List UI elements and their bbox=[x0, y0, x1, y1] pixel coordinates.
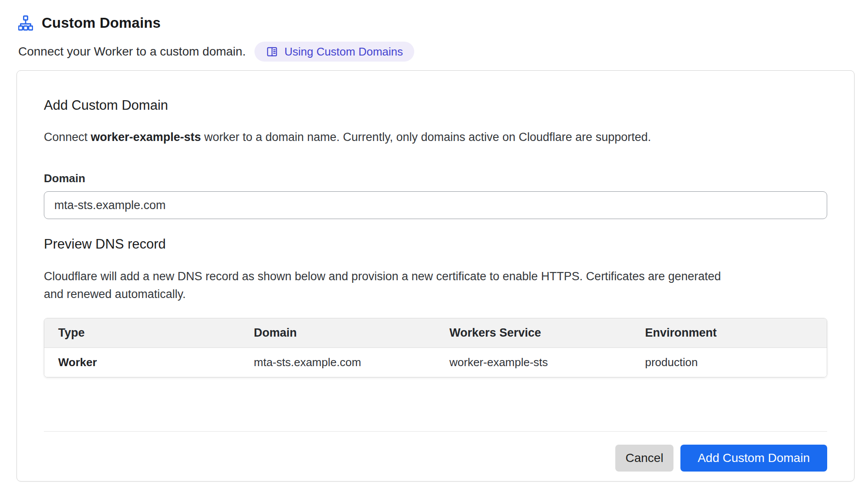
subtitle-row: Connect your Worker to a custom domain. … bbox=[18, 42, 868, 62]
page-header: Custom Domains Connect your Worker to a … bbox=[0, 0, 868, 62]
column-header-environment: Environment bbox=[631, 326, 827, 340]
description-prefix: Connect bbox=[44, 131, 91, 144]
column-header-type: Type bbox=[44, 326, 240, 340]
cancel-button[interactable]: Cancel bbox=[615, 445, 673, 472]
title-row: Custom Domains bbox=[18, 15, 868, 31]
add-custom-domain-button[interactable]: Add Custom Domain bbox=[680, 445, 827, 472]
table-header-row: Type Domain Workers Service Environment bbox=[44, 318, 827, 348]
card-description: Connect worker-example-sts worker to a d… bbox=[44, 131, 827, 144]
preview-dns-description: Cloudflare will add a new DNS record as … bbox=[44, 268, 726, 303]
docs-link-label: Using Custom Domains bbox=[284, 45, 403, 59]
cell-environment: production bbox=[631, 356, 827, 369]
book-open-icon bbox=[266, 46, 278, 58]
cell-type: Worker bbox=[44, 356, 240, 369]
footer-divider bbox=[44, 431, 827, 432]
preview-dns-heading: Preview DNS record bbox=[44, 236, 827, 252]
description-suffix: worker to a domain name. Currently, only… bbox=[201, 131, 651, 144]
table-row: Worker mta-sts.example.com worker-exampl… bbox=[44, 348, 827, 377]
domain-input[interactable] bbox=[44, 191, 827, 219]
dns-preview-table: Type Domain Workers Service Environment … bbox=[44, 318, 827, 377]
card-heading: Add Custom Domain bbox=[44, 98, 827, 113]
worker-name: worker-example-sts bbox=[91, 131, 201, 144]
column-header-domain: Domain bbox=[240, 326, 436, 340]
page-subtitle: Connect your Worker to a custom domain. bbox=[18, 45, 246, 59]
sitemap-icon bbox=[18, 15, 33, 31]
cell-domain: mta-sts.example.com bbox=[240, 356, 436, 369]
domain-field-label: Domain bbox=[44, 172, 827, 185]
footer-actions: Cancel Add Custom Domain bbox=[44, 445, 827, 472]
cell-workers-service: worker-example-sts bbox=[436, 356, 631, 369]
column-header-workers-service: Workers Service bbox=[436, 326, 631, 340]
docs-link-badge[interactable]: Using Custom Domains bbox=[254, 42, 414, 62]
page-title: Custom Domains bbox=[42, 15, 161, 31]
add-custom-domain-card: Add Custom Domain Connect worker-example… bbox=[17, 70, 855, 482]
